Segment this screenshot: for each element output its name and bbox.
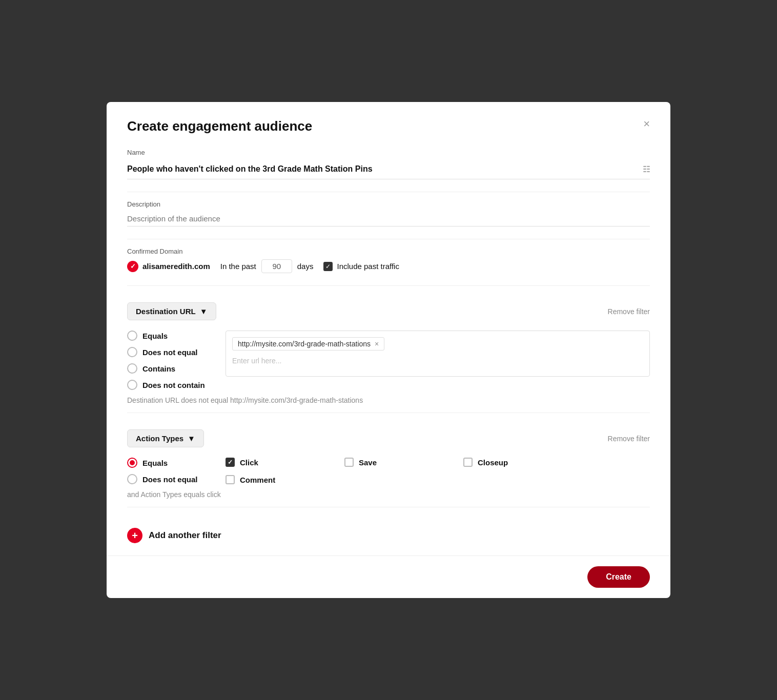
url-input-placeholder: Enter url here... bbox=[232, 357, 643, 365]
domain-check-icon: ✓ bbox=[127, 261, 138, 272]
click-checkbox-item[interactable]: ✓ Click bbox=[226, 458, 328, 467]
include-traffic-label: Include past traffic bbox=[337, 262, 399, 271]
divider-4 bbox=[127, 413, 650, 413]
destination-url-filter: Destination URL ▼ Remove filter Equals D… bbox=[127, 298, 650, 404]
action-types-filter-body: Equals Does not equal ✓ Click Save bbox=[127, 458, 650, 484]
destination-url-radio-group: Equals Does not equal Contains Does not … bbox=[127, 331, 209, 390]
name-field-row: ☷ bbox=[127, 159, 650, 179]
divider-1 bbox=[127, 192, 650, 192]
does-not-contain-label: Does not contain bbox=[142, 381, 205, 389]
divider-5 bbox=[127, 507, 650, 507]
action-types-does-not-equal-radio-circle bbox=[127, 474, 137, 484]
action-types-does-not-equal-label: Does not equal bbox=[142, 475, 198, 484]
closeup-label: Closeup bbox=[478, 458, 508, 467]
past-days-group: In the past days bbox=[220, 259, 314, 273]
name-field-group: Name ☷ bbox=[127, 149, 650, 179]
modal-overlay: Create engagement audience × Name ☷ Desc… bbox=[0, 0, 777, 700]
name-label: Name bbox=[127, 149, 650, 156]
action-types-chevron-icon: ▼ bbox=[188, 434, 195, 443]
days-input[interactable] bbox=[261, 259, 292, 273]
contains-radio-circle bbox=[127, 363, 137, 374]
action-types-label: Action Types bbox=[136, 434, 183, 443]
destination-url-filter-header: Destination URL ▼ Remove filter bbox=[127, 302, 650, 320]
modal-footer: Create bbox=[107, 555, 670, 598]
url-tag: http://mysite.com/3rd-grade-math-station… bbox=[232, 337, 384, 351]
description-field-group: Description bbox=[127, 200, 650, 227]
destination-url-dropdown-button[interactable]: Destination URL ▼ bbox=[127, 302, 216, 320]
create-button[interactable]: Create bbox=[587, 566, 650, 588]
destination-url-filter-body: Equals Does not equal Contains Does not … bbox=[127, 331, 650, 390]
list-icon: ☷ bbox=[643, 164, 650, 174]
url-tag-close-icon[interactable]: × bbox=[375, 340, 379, 348]
save-label: Save bbox=[359, 458, 377, 467]
destination-url-chevron-icon: ▼ bbox=[200, 307, 208, 316]
add-filter-row[interactable]: + Add another filter bbox=[127, 516, 650, 555]
description-input[interactable] bbox=[127, 211, 650, 227]
action-types-filter: Action Types ▼ Remove filter Equals Does… bbox=[127, 425, 650, 499]
add-filter-label: Add another filter bbox=[149, 530, 221, 541]
comment-checkbox[interactable] bbox=[226, 475, 235, 484]
modal-header: Create engagement audience × bbox=[127, 118, 650, 134]
equals-radio-item[interactable]: Equals bbox=[127, 331, 209, 341]
action-types-remove-button[interactable]: Remove filter bbox=[608, 435, 650, 443]
url-input-area[interactable]: http://mysite.com/3rd-grade-math-station… bbox=[226, 331, 650, 377]
action-types-equals-radio-item[interactable]: Equals bbox=[127, 458, 209, 468]
does-not-equal-label: Does not equal bbox=[142, 348, 198, 357]
does-not-contain-radio-circle bbox=[127, 380, 137, 390]
confirmed-domain-label: Confirmed Domain bbox=[127, 248, 650, 255]
action-types-equals-radio-circle bbox=[127, 458, 137, 468]
description-label: Description bbox=[127, 200, 650, 208]
equals-radio-circle bbox=[127, 331, 137, 341]
contains-label: Contains bbox=[142, 364, 175, 373]
comment-checkbox-item[interactable]: Comment bbox=[226, 475, 328, 484]
action-types-equals-label: Equals bbox=[142, 459, 168, 467]
does-not-equal-radio-item[interactable]: Does not equal bbox=[127, 347, 209, 357]
comment-label: Comment bbox=[240, 476, 275, 484]
confirmed-domain-row: ✓ alisameredith.com In the past days ✓ I… bbox=[127, 259, 650, 273]
action-types-filter-header: Action Types ▼ Remove filter bbox=[127, 429, 650, 447]
name-input[interactable] bbox=[127, 162, 643, 176]
closeup-checkbox-item[interactable]: Closeup bbox=[463, 458, 566, 467]
divider-3 bbox=[127, 285, 650, 286]
domain-value: alisameredith.com bbox=[142, 262, 210, 271]
action-types-does-not-equal-radio-item[interactable]: Does not equal bbox=[127, 474, 209, 484]
action-types-radio-group: Equals Does not equal bbox=[127, 458, 209, 484]
action-types-dropdown-button[interactable]: Action Types ▼ bbox=[127, 429, 204, 447]
domain-badge: ✓ alisameredith.com bbox=[127, 261, 210, 272]
divider-2 bbox=[127, 239, 650, 239]
include-traffic-checkbox[interactable]: ✓ bbox=[323, 262, 333, 271]
modal-title: Create engagement audience bbox=[127, 118, 312, 134]
equals-label: Equals bbox=[142, 332, 168, 340]
closeup-checkbox[interactable] bbox=[463, 458, 473, 467]
destination-url-label: Destination URL bbox=[136, 307, 196, 316]
modal-dialog: Create engagement audience × Name ☷ Desc… bbox=[107, 102, 670, 598]
click-label: Click bbox=[240, 458, 258, 467]
destination-url-remove-button[interactable]: Remove filter bbox=[608, 307, 650, 316]
close-button[interactable]: × bbox=[643, 118, 650, 130]
in-the-past-label: In the past bbox=[220, 262, 256, 271]
does-not-contain-radio-item[interactable]: Does not contain bbox=[127, 380, 209, 390]
days-label: days bbox=[297, 262, 314, 271]
action-types-description: and Action Types equals click bbox=[127, 490, 650, 499]
action-types-checkboxes: ✓ Click Save Closeup Comment bbox=[226, 458, 566, 484]
contains-radio-item[interactable]: Contains bbox=[127, 363, 209, 374]
save-checkbox-item[interactable]: Save bbox=[344, 458, 447, 467]
include-traffic-row: ✓ Include past traffic bbox=[323, 262, 399, 271]
add-filter-icon: + bbox=[127, 528, 142, 543]
does-not-equal-radio-circle bbox=[127, 347, 137, 357]
url-tag-value: http://mysite.com/3rd-grade-math-station… bbox=[238, 340, 371, 348]
confirmed-domain-group: Confirmed Domain ✓ alisameredith.com In … bbox=[127, 248, 650, 273]
destination-url-description: Destination URL does not equal http://my… bbox=[127, 396, 650, 404]
save-checkbox[interactable] bbox=[344, 458, 354, 467]
click-checkbox[interactable]: ✓ bbox=[226, 458, 235, 467]
